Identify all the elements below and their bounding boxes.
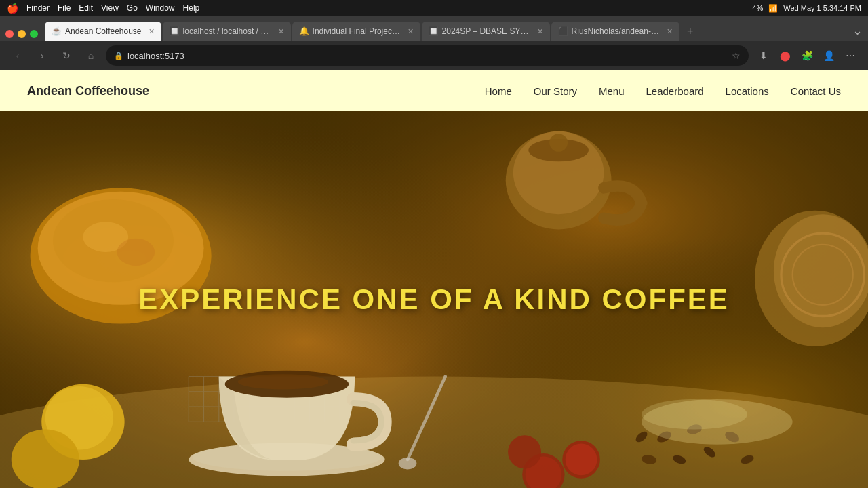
back-button[interactable]: ‹ [8, 46, 27, 65]
mac-menubar-left: 🍎 Finder File Edit View Go Window Help [7, 3, 199, 14]
tab-label-3: Individual Final Project due on... [313, 26, 401, 36]
traffic-lights [5, 30, 38, 38]
address-bar-actions: ☆ [732, 50, 741, 61]
nav-link-our-story[interactable]: Our Story [534, 85, 577, 97]
recording-indicator: ⬤ [776, 46, 795, 65]
tab-favicon-4: 🔲 [429, 26, 438, 36]
file-menu[interactable]: File [58, 3, 71, 13]
apple-menu-icon[interactable]: 🍎 [7, 3, 18, 14]
tab-close-2[interactable]: ✕ [278, 27, 284, 36]
tab-label-5: RiusNicholas/andean-coffeeh... [572, 26, 660, 36]
go-menu[interactable]: Go [127, 3, 138, 13]
finder-menu[interactable]: Finder [26, 3, 50, 13]
tab-favicon-3: 🔔 [299, 26, 309, 36]
hero-section: EXPERIENCE ONE OF A KIND COFFEE [0, 111, 868, 488]
address-bar: ‹ › ↻ ⌂ 🔒 localhost:5173 ☆ ⬇ ⬤ 🧩 👤 ⋯ [0, 41, 868, 70]
svg-point-52 [642, 399, 747, 430]
home-button[interactable]: ⌂ [81, 46, 100, 65]
tab-overflow-button[interactable]: ⌄ [852, 23, 863, 38]
bookmark-icon[interactable]: ☆ [732, 50, 741, 61]
tab-label-2: localhost / localhost / andean... [183, 26, 271, 36]
url-display: localhost:5173 [127, 51, 728, 61]
tab-close-4[interactable]: ✕ [537, 27, 543, 36]
tab-localhost[interactable]: 🔲 localhost / localhost / andean... ✕ [163, 22, 291, 41]
help-menu[interactable]: Help [183, 3, 200, 13]
nav-link-leaderboard[interactable]: Leaderboard [646, 85, 704, 97]
site-navigation: Andean Coffeehouse Home Our Story Menu L… [0, 70, 868, 111]
tab-bar: ☕ Andean Coffeehouse ✕ 🔲 localhost / loc… [0, 16, 868, 41]
browser-toolbar-right: ⬇ ⬤ 🧩 👤 ⋯ [754, 46, 860, 65]
nav-link-menu[interactable]: Menu [599, 85, 625, 97]
edit-menu[interactable]: Edit [79, 3, 93, 13]
nav-links: Home Our Story Menu Leaderboard Location… [485, 85, 841, 97]
reload-button[interactable]: ↻ [57, 46, 76, 65]
tab-github[interactable]: ⬛ RiusNicholas/andean-coffeeh... ✕ [551, 22, 679, 41]
maximize-window-button[interactable] [30, 30, 38, 38]
profile-button[interactable]: 👤 [819, 46, 838, 65]
view-menu[interactable]: View [101, 3, 119, 13]
tab-favicon-2: 🔲 [170, 26, 179, 36]
more-button[interactable]: ⋯ [841, 46, 860, 65]
hero-headline: EXPERIENCE ONE OF A KIND COFFEE [138, 283, 730, 316]
battery-status: 4% [752, 4, 763, 12]
window-menu[interactable]: Window [146, 3, 175, 13]
website-content: Andean Coffeehouse Home Our Story Menu L… [0, 70, 868, 488]
tab-favicon-5: ⬛ [558, 26, 568, 36]
tab-label-4: 2024SP – DBASE SYS DSGN&... [442, 26, 530, 36]
forward-button[interactable]: › [33, 46, 52, 65]
security-icon: 🔒 [114, 52, 123, 60]
tab-favicon-1: ☕ [52, 26, 61, 36]
tab-andean-coffeehouse[interactable]: ☕ Andean Coffeehouse ✕ [45, 22, 161, 41]
nav-link-contact-us[interactable]: Contact Us [791, 85, 841, 97]
svg-point-53 [399, 458, 417, 470]
tab-close-3[interactable]: ✕ [408, 27, 414, 36]
svg-point-55 [774, 214, 868, 327]
mac-menubar: 🍎 Finder File Edit View Go Window Help 4… [0, 0, 868, 16]
datetime-display: Wed May 1 5:34:14 PM [783, 4, 861, 12]
tab-close-5[interactable]: ✕ [667, 27, 673, 36]
extensions-button[interactable]: 🧩 [797, 46, 816, 65]
tab-dbase[interactable]: 🔲 2024SP – DBASE SYS DSGN&... ✕ [422, 22, 550, 41]
close-window-button[interactable] [5, 30, 14, 38]
minimize-window-button[interactable] [18, 30, 26, 38]
download-button[interactable]: ⬇ [754, 46, 773, 65]
nav-link-home[interactable]: Home [485, 85, 512, 97]
tab-label-1: Andean Coffeehouse [65, 26, 142, 36]
site-logo: Andean Coffeehouse [27, 84, 149, 98]
new-tab-button[interactable]: + [681, 22, 700, 41]
hero-text-container: EXPERIENCE ONE OF A KIND COFFEE [138, 283, 730, 316]
wifi-icon: 📶 [768, 4, 778, 13]
tab-individual-project[interactable]: 🔔 Individual Final Project due on... ✕ [292, 22, 420, 41]
address-input[interactable]: 🔒 localhost:5173 ☆ [106, 45, 749, 66]
browser-chrome: ☕ Andean Coffeehouse ✕ 🔲 localhost / loc… [0, 16, 868, 70]
nav-link-locations[interactable]: Locations [726, 85, 769, 97]
mac-menubar-right: 4% 📶 Wed May 1 5:34:14 PM [752, 4, 861, 13]
tab-close-1[interactable]: ✕ [149, 27, 155, 36]
